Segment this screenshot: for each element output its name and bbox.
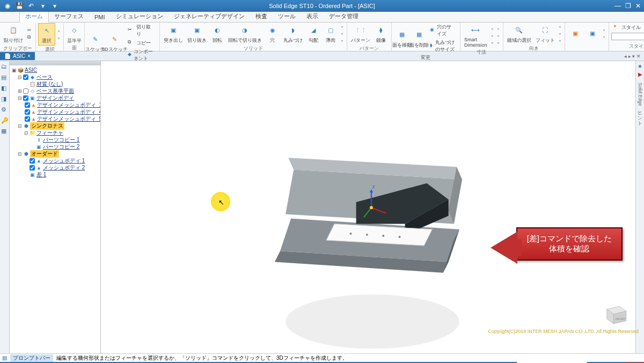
orient-extra1[interactable]: ▫ [558,24,562,30]
key-icon[interactable]: 🔑 [1,117,9,124]
solid-extra1[interactable]: ▫ [340,24,345,30]
panel-grip[interactable] [10,61,100,65]
tree-obody1[interactable]: ▲メッシュボディ 1 [11,157,99,164]
style1-button[interactable]: ▣ [567,27,583,41]
tab-data[interactable]: データ管理 [324,11,364,22]
tree-sync[interactable]: ⊟⬢シンクロナス [11,122,99,129]
tab-surface[interactable]: サーフェス [49,11,89,22]
viewport[interactable]: z ↖ [差]コマンドで除去した 体積を確認 FRONT ★ ▶ Solid E… [101,61,644,353]
region-button[interactable]: 🔍鏡域の選択 [506,23,533,45]
family-icon[interactable]: ◨ [1,95,9,103]
tree-base[interactable]: ⊟◆ベース [11,73,99,80]
tree-check[interactable] [30,158,35,164]
tab-home[interactable]: ホーム [19,10,49,23]
tab-inspect[interactable]: 検査 [250,11,273,22]
copy-small-button[interactable]: ⧉ [26,34,33,41]
sketch-cut-button[interactable]: ✂切り取り [126,23,157,38]
tree-obody2[interactable]: ▲メッシュボディ 2 [11,164,99,171]
right-label[interactable]: Solid Edge ヒント [636,83,643,123]
dim-extra2[interactable]: ▫ [489,33,494,39]
tree-mesh4[interactable]: ▲デザインメッシュボディ_4 [11,108,99,115]
round-button[interactable]: ◗丸みづけ [282,23,304,45]
style-extra2[interactable]: ▫ [602,34,606,40]
pattern-button[interactable]: ⋮⋮パターン [349,23,372,45]
tree-check[interactable] [30,165,35,171]
save-icon[interactable]: 💾 [14,1,25,11]
sketch3d-button[interactable]: ✎ 3Dスケッチ [105,32,125,54]
doc-tab-asic[interactable]: 📄 ASIC × [0,52,35,60]
dim-extra4[interactable]: ▫ [496,26,501,32]
sketch-copy-button[interactable]: ⧉コピー [126,39,157,47]
thin-button[interactable]: ▢薄肉 [323,23,339,45]
tab-pmi[interactable]: PMI [89,12,111,22]
youtube-icon[interactable]: ▶ [638,71,642,77]
cut-button[interactable]: ▣切り抜き [186,23,208,45]
tree-check[interactable] [23,95,28,101]
mirror-button[interactable]: ⧫鏡像 [373,23,389,45]
tools-icon[interactable]: ⚙ [1,106,9,114]
solid-extra2[interactable]: ▫ [340,31,345,37]
hole-button[interactable]: ◉穴 [265,23,281,45]
tree-feature[interactable]: ⊟📁フィーチャ [11,129,99,136]
extrude-button[interactable]: ▣突き出し [162,23,185,45]
select-opt1[interactable]: ▫ [56,28,61,34]
tab-simulation[interactable]: シミュレーション [111,11,169,22]
tab-generative[interactable]: ジェネレーティブデザイン [169,11,250,22]
tree-ordered[interactable]: ⊟⬢オーダード [11,150,99,157]
app-menu-icon[interactable]: ◉ [2,1,13,11]
pathfinder-icon[interactable]: 🗂 [1,63,9,71]
moveface-button[interactable]: ▦面を移動 [394,28,410,49]
minimize-icon[interactable]: — [614,2,621,10]
doc-tab-controls[interactable]: ◂ ▸ ▾ ✕ [624,54,644,59]
dim-extra1[interactable]: ▫ [489,26,494,32]
tree-mesh5[interactable]: ▲デザインメッシュボディ_5 [11,115,99,122]
tree-diff1[interactable]: ▣差 1 [11,171,99,178]
dim-extra5[interactable]: ▫ [496,33,501,39]
tree-check[interactable] [25,102,30,108]
tree-partcopy2[interactable]: ▣パーツコピー 2 [11,143,99,150]
select-button[interactable]: ↖ 選択 [38,23,55,46]
style-dropdown[interactable]: ▾ [611,33,644,40]
orient-extra3[interactable]: ▫ [558,38,562,44]
solid-extra3[interactable]: ▫ [340,38,345,44]
cut-small-button[interactable]: ✂ [26,27,33,33]
paste-button[interactable]: 📋 貼り付け [2,23,25,45]
revcut-button[interactable]: ◑回転で切り抜き [226,23,264,45]
dim-extra6[interactable]: ▫ [496,40,501,46]
tree-refplane[interactable]: ⊞◇ベース基準平面 [11,87,99,94]
fit-button[interactable]: ⛶フィット [534,23,557,45]
redo-icon[interactable]: ▾ [38,1,48,11]
deleteface-button[interactable]: ▦面を削除 [411,28,427,49]
tree-root[interactable]: ▣📦ASIC [11,66,99,73]
revolve-button[interactable]: ◐回転 [209,23,225,45]
tab-view[interactable]: 表示 [301,11,324,22]
misc-icon[interactable]: ▦ [1,128,9,135]
tree-designbody[interactable]: ⊟▣デザインボディ [11,94,99,101]
tree-partcopy1[interactable]: ℹパーツコピー 1 [11,136,99,143]
style2-button[interactable]: ▣ [584,27,601,41]
draft-button[interactable]: ◢勾配 [305,23,321,45]
favorites-icon[interactable]: ★ [638,63,642,69]
sketch-button[interactable]: ✎ スケッチ [87,32,103,54]
orient-extra2[interactable]: ▫ [558,31,562,37]
dim-extra3[interactable]: ▫ [489,40,494,46]
roundsize-button[interactable]: ◗丸みづけのサイズ [428,39,458,54]
select-opt2[interactable]: ▫ [56,35,61,41]
sketch-component-button[interactable]: ◆コンポーネント [126,48,157,63]
close-icon[interactable]: ✕ [635,2,641,10]
tree-check[interactable] [25,109,30,115]
style-extra1[interactable]: ▫ [602,27,606,33]
maximize-icon[interactable]: ❐ [625,2,631,10]
tree-check[interactable] [23,75,28,80]
tree-check[interactable] [23,88,28,94]
layers-icon[interactable]: ▤ [1,74,9,82]
tab-tools[interactable]: ツール [273,11,301,22]
qat-dropdown-icon[interactable]: ▾ [49,1,60,11]
sensors-icon[interactable]: ◧ [1,85,9,92]
doc-tab-close-icon[interactable]: × [27,53,31,59]
holesize-button[interactable]: ◉穴のサイズ [428,23,458,38]
undo-icon[interactable]: ↶ [26,1,36,11]
tree-check[interactable] [25,116,30,122]
tree-mesh1[interactable]: ▲デザインメッシュボディ_1 [11,101,99,108]
plane-button[interactable]: ◇ [66,23,82,37]
